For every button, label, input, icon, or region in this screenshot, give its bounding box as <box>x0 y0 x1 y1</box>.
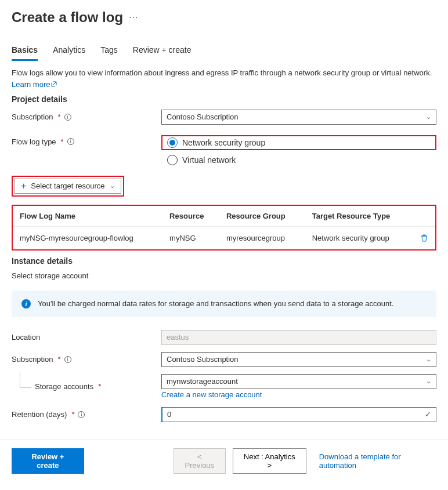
table-row: myNSG-myresourcegroup-flowlog myNSG myre… <box>13 226 435 249</box>
tab-tags[interactable]: Tags <box>100 42 118 61</box>
col-target-type: Target Resource Type <box>305 206 413 227</box>
storage-info-banner: i You'll be charged normal data rates fo… <box>12 291 436 317</box>
storage-subscription-value: Contoso Subscription <box>167 355 239 364</box>
learn-more-link[interactable]: Learn more <box>12 80 57 89</box>
checkmark-icon: ✓ <box>425 410 431 419</box>
more-menu-icon[interactable]: ··· <box>129 12 138 23</box>
section-instance-details: Instance details <box>12 256 436 266</box>
indent-line <box>20 372 31 388</box>
footer-bar: Review + create < Previous Next : Analyt… <box>0 440 448 485</box>
location-field: eastus <box>161 330 436 345</box>
subscription-value: Contoso Subscription <box>167 112 239 121</box>
banner-text: You'll be charged normal data rates for … <box>38 299 393 308</box>
info-icon[interactable]: i <box>64 114 71 121</box>
info-icon[interactable]: i <box>64 356 71 363</box>
label-storage-accounts: Storage accounts <box>35 382 93 391</box>
label-flow-log-type: Flow log type <box>12 137 56 146</box>
info-circle-icon: i <box>21 299 31 308</box>
info-icon[interactable]: i <box>78 411 85 418</box>
radio-icon-unchecked <box>167 155 178 165</box>
cell-flow-log-name: myNSG-myresourcegroup-flowlog <box>13 226 162 249</box>
label-select-storage: Select storage account <box>12 271 436 280</box>
select-target-resource-button[interactable]: + Select target resource ⌄ <box>15 179 121 194</box>
required-indicator: * <box>98 382 101 391</box>
plus-icon: + <box>21 182 26 191</box>
storage-account-select[interactable]: mynwstorageaccount ⌄ <box>161 374 436 389</box>
cell-resource-group: myresourcegroup <box>219 226 305 249</box>
col-resource-group: Resource Group <box>219 206 305 227</box>
highlight-nsg-radio: Network security group <box>161 135 436 150</box>
download-template-link[interactable]: Download a template for automation <box>319 452 436 470</box>
tab-analytics[interactable]: Analytics <box>53 42 85 61</box>
col-resource: Resource <box>162 206 219 227</box>
delete-row-button[interactable] <box>413 226 435 249</box>
next-button[interactable]: Next : Analytics > <box>233 448 306 474</box>
intro-text: Flow logs allow you to view information … <box>12 67 436 79</box>
radio-vnet[interactable]: Virtual network <box>161 155 436 165</box>
required-indicator: * <box>58 355 61 364</box>
create-storage-link[interactable]: Create a new storage account <box>161 390 262 399</box>
retention-input[interactable]: 0 ✓ <box>161 407 436 422</box>
previous-button: < Previous <box>174 448 226 474</box>
storage-account-value: mynwstorageaccount <box>167 377 238 386</box>
target-resource-table: Flow Log Name Resource Resource Group Ta… <box>12 205 436 251</box>
label-subscription: Subscription <box>12 112 53 121</box>
review-create-button[interactable]: Review + create <box>12 448 84 474</box>
label-retention: Retention (days) <box>12 410 67 419</box>
retention-value: 0 <box>167 410 171 419</box>
required-indicator: * <box>58 112 61 121</box>
page-title: Create a flow log <box>12 9 123 26</box>
subscription-select[interactable]: Contoso Subscription ⌄ <box>161 110 436 125</box>
label-location: Location <box>12 333 40 342</box>
label-storage-subscription: Subscription <box>12 355 53 364</box>
radio-icon-checked <box>167 137 178 148</box>
chevron-down-icon: ⌄ <box>110 182 115 190</box>
select-target-label: Select target resource <box>31 182 104 190</box>
chevron-down-icon: ⌄ <box>426 113 431 121</box>
section-project-details: Project details <box>12 95 436 104</box>
tab-review-create[interactable]: Review + create <box>133 42 192 61</box>
radio-nsg[interactable]: Network security group <box>167 137 265 148</box>
cell-target-type: Network security group <box>305 226 413 249</box>
tab-bar: Basics Analytics Tags Review + create <box>12 42 436 61</box>
radio-nsg-label: Network security group <box>182 138 265 147</box>
cell-resource: myNSG <box>162 226 219 249</box>
location-value: eastus <box>167 333 189 342</box>
chevron-down-icon: ⌄ <box>426 378 431 385</box>
info-icon[interactable]: i <box>67 138 74 145</box>
col-flow-log-name: Flow Log Name <box>13 206 162 227</box>
radio-vnet-label: Virtual network <box>182 155 236 165</box>
required-indicator: * <box>61 137 64 146</box>
tab-basics[interactable]: Basics <box>12 42 38 61</box>
external-link-icon <box>51 81 57 87</box>
storage-subscription-select[interactable]: Contoso Subscription ⌄ <box>161 352 436 367</box>
chevron-down-icon: ⌄ <box>426 355 431 363</box>
required-indicator: * <box>71 410 74 419</box>
